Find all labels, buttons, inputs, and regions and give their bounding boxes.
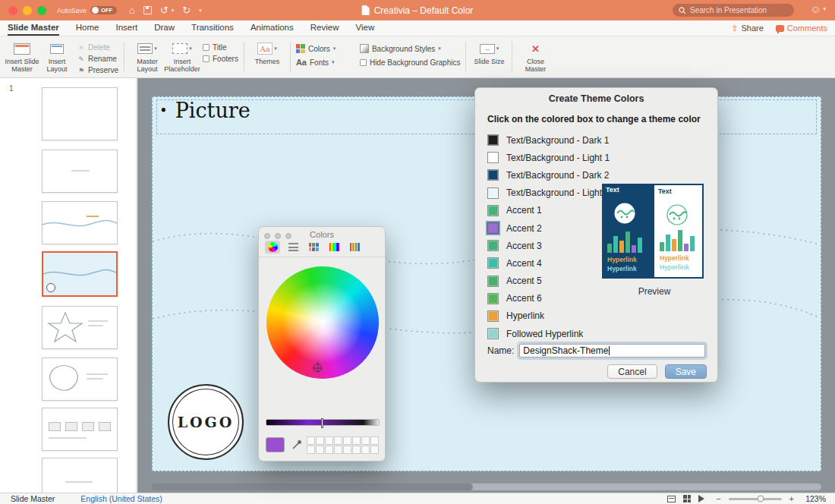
horizontal-scrollbar[interactable] — [151, 484, 821, 490]
slide-sorter-view-icon[interactable] — [683, 495, 691, 502]
color-swatch-cell[interactable] — [334, 436, 342, 445]
title-checkbox[interactable]: Title — [203, 43, 238, 52]
tab-view[interactable]: View — [355, 21, 374, 36]
tab-draw[interactable]: Draw — [154, 21, 175, 36]
color-swatch-cell[interactable] — [352, 446, 361, 454]
logo-shape[interactable]: LOGO — [168, 384, 244, 460]
theme-color-swatch[interactable] — [487, 152, 499, 163]
color-swatch-cell[interactable] — [343, 446, 351, 454]
tab-slide-master[interactable]: Slide Master — [8, 21, 59, 36]
theme-color-row[interactable]: Accent 4 — [487, 254, 610, 272]
rename-button[interactable]: ✎Rename — [77, 55, 118, 63]
close-window-button[interactable] — [8, 6, 17, 15]
color-swatch-cell[interactable] — [361, 436, 370, 445]
color-swatch-cell[interactable] — [352, 436, 361, 445]
pencils-tab[interactable] — [347, 241, 362, 254]
language-button[interactable]: English (United States) — [80, 494, 162, 503]
color-swatch-cell[interactable] — [316, 436, 324, 445]
theme-color-swatch[interactable] — [487, 257, 499, 269]
comments-button[interactable]: Comments — [776, 24, 827, 33]
colors-dropdown[interactable]: Colors▾ — [296, 44, 346, 53]
color-swatch-cell[interactable] — [370, 446, 379, 454]
image-palettes-tab[interactable] — [326, 241, 342, 254]
master-layout-button[interactable]: ▾ Master Layout — [130, 39, 165, 74]
theme-color-row[interactable]: Accent 5 — [487, 272, 610, 290]
theme-color-row[interactable]: Text/Background - Dark 2 — [487, 166, 610, 184]
color-swatch-cell[interactable] — [307, 436, 315, 445]
color-sliders-tab[interactable] — [285, 241, 301, 254]
color-wheel[interactable] — [266, 266, 379, 379]
slide-thumbnail-selected[interactable] — [42, 251, 118, 297]
tab-review[interactable]: Review — [310, 21, 339, 36]
home-icon[interactable]: ⌂ — [129, 5, 135, 15]
theme-color-swatch[interactable] — [487, 328, 499, 339]
preserve-button[interactable]: ⚑Preserve — [77, 66, 118, 74]
color-swatch-cell[interactable] — [343, 436, 351, 445]
undo-icon[interactable]: ↺ — [160, 5, 169, 15]
theme-color-swatch[interactable] — [487, 310, 499, 322]
color-wheel-cursor[interactable] — [314, 364, 322, 372]
zoom-percentage[interactable]: 123% — [802, 494, 826, 503]
slideshow-view-icon[interactable] — [698, 495, 708, 502]
zoom-out-icon[interactable]: − — [716, 494, 720, 503]
theme-color-swatch[interactable] — [487, 240, 499, 251]
undo-dropdown-icon[interactable]: ▾ — [172, 8, 175, 14]
fonts-dropdown[interactable]: Aa Fonts▾ — [296, 58, 346, 67]
redo-icon[interactable]: ↻ — [182, 5, 191, 15]
color-swatch-cell[interactable] — [325, 436, 333, 445]
slide-thumbnail[interactable] — [42, 408, 118, 451]
theme-color-swatch-selected[interactable] — [487, 222, 499, 234]
account-menu[interactable]: ☺ ▾ — [810, 3, 826, 15]
theme-color-row[interactable]: Accent 1 — [487, 202, 610, 219]
theme-color-swatch[interactable] — [487, 134, 499, 146]
tab-transitions[interactable]: Transitions — [191, 21, 234, 36]
theme-color-row[interactable]: Followed Hyperlink — [487, 325, 610, 342]
color-swatch-cell[interactable] — [307, 446, 315, 454]
theme-color-row[interactable]: Hyperlink — [487, 307, 610, 325]
zoom-window-button[interactable] — [37, 6, 46, 15]
tab-animations[interactable]: Animations — [250, 21, 294, 36]
autosave-toggle[interactable]: AutoSave OFF — [57, 6, 117, 14]
theme-color-row[interactable]: Accent 2 — [487, 219, 610, 237]
brightness-slider-handle[interactable] — [321, 418, 323, 428]
hide-background-graphics-checkbox[interactable]: Hide Background Graphics — [360, 58, 461, 67]
theme-color-swatch[interactable] — [487, 276, 499, 287]
slide-title[interactable]: • Picture — [159, 99, 250, 122]
color-swatch-cell[interactable] — [325, 446, 333, 454]
theme-color-row[interactable]: Text/Background - Light 2 — [487, 184, 610, 202]
theme-color-swatch[interactable] — [487, 187, 499, 199]
theme-name-input[interactable]: DesignShack-Theme — [519, 344, 705, 358]
color-palettes-tab[interactable] — [306, 241, 321, 254]
color-wheel-tab[interactable] — [265, 241, 280, 254]
slide-thumbnail[interactable] — [42, 150, 118, 193]
brightness-slider[interactable] — [266, 419, 380, 426]
theme-color-row[interactable]: Text/Background - Dark 1 — [487, 131, 610, 149]
color-swatch-cell[interactable] — [316, 446, 324, 454]
color-swatch-cell[interactable] — [334, 446, 342, 454]
theme-color-swatch[interactable] — [487, 293, 499, 304]
tab-insert[interactable]: Insert — [115, 21, 137, 36]
search-input[interactable]: Search in Presentation — [673, 4, 794, 17]
eyedropper-icon[interactable] — [291, 439, 302, 450]
slide-thumbnail[interactable] — [42, 458, 118, 493]
insert-placeholder-button[interactable]: ▾ Insert Placeholder — [165, 39, 200, 74]
zoom-slider[interactable] — [729, 498, 782, 500]
insert-slide-master-button[interactable]: Insert Slide Master — [5, 39, 39, 74]
scrollbar-handle[interactable] — [151, 484, 473, 490]
tab-home[interactable]: Home — [76, 21, 99, 36]
slide-thumbnail[interactable] — [42, 358, 118, 401]
theme-color-swatch[interactable] — [487, 205, 499, 216]
slide-thumbnail[interactable] — [42, 306, 118, 349]
zoom-in-icon[interactable]: + — [789, 494, 794, 503]
minimize-window-button[interactable] — [23, 6, 32, 15]
toolbar-options-icon[interactable]: ▾ — [199, 8, 202, 14]
cancel-button[interactable]: Cancel — [607, 364, 657, 379]
background-styles-dropdown[interactable]: Background Styles▾ — [360, 44, 441, 53]
theme-color-row[interactable]: Accent 6 — [487, 290, 610, 307]
footers-checkbox[interactable]: Footers — [203, 55, 238, 63]
themes-button[interactable]: Aa▾ Themes — [250, 39, 285, 74]
color-swatch-cell[interactable] — [370, 436, 379, 445]
delete-button[interactable]: ✕Delete — [77, 43, 118, 52]
save-button[interactable]: Save — [665, 364, 707, 379]
theme-color-swatch[interactable] — [487, 169, 499, 181]
